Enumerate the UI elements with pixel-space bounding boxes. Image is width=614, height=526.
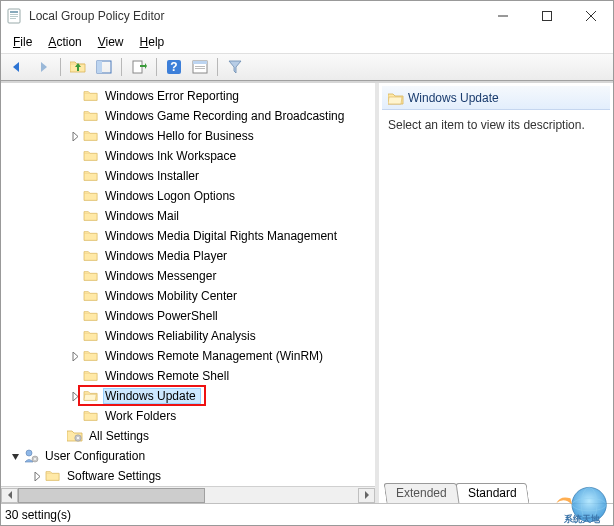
- expander-icon[interactable]: [31, 470, 43, 482]
- tree-item-windows-remote-shell[interactable]: Windows Remote Shell: [1, 366, 375, 386]
- tree-item-label: Windows Error Reporting: [103, 89, 241, 103]
- tree-item-windows-remote-management-winrm-[interactable]: Windows Remote Management (WinRM): [1, 346, 375, 366]
- folder-icon: [83, 89, 99, 103]
- tree-item-windows-reliability-analysis[interactable]: Windows Reliability Analysis: [1, 326, 375, 346]
- tree-item-label: Windows Messenger: [103, 269, 218, 283]
- tree-item-windows-messenger[interactable]: Windows Messenger: [1, 266, 375, 286]
- show-hide-tree-button[interactable]: [92, 56, 116, 78]
- expander-icon: [69, 330, 81, 342]
- menu-action[interactable]: Action: [40, 33, 89, 51]
- back-button[interactable]: [5, 56, 29, 78]
- tree-item-label: Work Folders: [103, 409, 178, 423]
- folder-sel-icon: [83, 389, 99, 403]
- tab-extended[interactable]: Extended: [384, 483, 460, 503]
- properties-button[interactable]: [188, 56, 212, 78]
- tree-item-label: Windows PowerShell: [103, 309, 220, 323]
- maximize-button[interactable]: [525, 2, 569, 30]
- menu-file[interactable]: File: [5, 33, 40, 51]
- expander-icon: [69, 270, 81, 282]
- expander-icon: [69, 170, 81, 182]
- tree-item-user-configuration[interactable]: User Configuration: [1, 446, 375, 466]
- expander-icon: [69, 310, 81, 322]
- tree-item-all-settings[interactable]: All Settings: [1, 426, 375, 446]
- folder-icon: [83, 209, 99, 223]
- expander-icon: [69, 210, 81, 222]
- tree-item-software-settings[interactable]: Software Settings: [1, 466, 375, 486]
- tree-item-windows-game-recording-and-broadcasting[interactable]: Windows Game Recording and Broadcasting: [1, 106, 375, 126]
- menu-help[interactable]: Help: [132, 33, 173, 51]
- toolbar-separator: [121, 58, 122, 76]
- expander-icon[interactable]: [9, 450, 21, 462]
- tree-item-label: User Configuration: [43, 449, 147, 463]
- tree-item-label: Windows Ink Workspace: [103, 149, 238, 163]
- tree-item-windows-media-digital-rights-management[interactable]: Windows Media Digital Rights Management: [1, 226, 375, 246]
- tree-item-label: Windows Game Recording and Broadcasting: [103, 109, 346, 123]
- expander-icon: [69, 410, 81, 422]
- minimize-button[interactable]: [481, 2, 525, 30]
- scroll-thumb[interactable]: [18, 488, 205, 503]
- tree-item-label: Windows Mail: [103, 209, 181, 223]
- details-header: Windows Update: [382, 86, 610, 110]
- folder-icon: [83, 129, 99, 143]
- tree-scroll[interactable]: Windows Error ReportingWindows Game Reco…: [1, 83, 375, 486]
- expander-icon[interactable]: [69, 130, 81, 142]
- tree-item-label: Windows Remote Management (WinRM): [103, 349, 325, 363]
- close-button[interactable]: [569, 2, 613, 30]
- filter-button[interactable]: [223, 56, 247, 78]
- expander-icon: [69, 190, 81, 202]
- horizontal-scrollbar[interactable]: [1, 486, 375, 503]
- forward-button[interactable]: [31, 56, 55, 78]
- tree-item-windows-logon-options[interactable]: Windows Logon Options: [1, 186, 375, 206]
- menu-view[interactable]: View: [90, 33, 132, 51]
- expander-icon[interactable]: [69, 390, 81, 402]
- tree-item-windows-media-player[interactable]: Windows Media Player: [1, 246, 375, 266]
- tab-standard[interactable]: Standard: [455, 483, 529, 503]
- export-list-button[interactable]: [127, 56, 151, 78]
- folder-icon: [83, 149, 99, 163]
- tree-item-label: Windows Installer: [103, 169, 201, 183]
- svg-rect-17: [193, 61, 207, 64]
- tree-item-label: Windows Reliability Analysis: [103, 329, 258, 343]
- usercfg-icon: [23, 448, 39, 464]
- tree-item-windows-mail[interactable]: Windows Mail: [1, 206, 375, 226]
- tree-item-label: Windows Media Digital Rights Management: [103, 229, 339, 243]
- tree-item-label: Software Settings: [65, 469, 163, 483]
- details-header-label: Windows Update: [408, 91, 499, 105]
- tree-item-label: Windows Mobility Center: [103, 289, 239, 303]
- expander-icon: [69, 250, 81, 262]
- folder-icon: [83, 409, 99, 423]
- folder-icon: [45, 469, 61, 483]
- tree-item-windows-hello-for-business[interactable]: Windows Hello for Business: [1, 126, 375, 146]
- tree-item-windows-ink-workspace[interactable]: Windows Ink Workspace: [1, 146, 375, 166]
- folder-icon: [83, 309, 99, 323]
- expander-icon: [69, 110, 81, 122]
- details-body: Select an item to view its description.: [382, 110, 610, 481]
- expander-icon[interactable]: [69, 350, 81, 362]
- details-pane: Windows Update Select an item to view it…: [379, 83, 613, 503]
- tree-item-label: Windows Hello for Business: [103, 129, 256, 143]
- tree-item-windows-installer[interactable]: Windows Installer: [1, 166, 375, 186]
- toolbar-separator: [156, 58, 157, 76]
- tree-item-windows-powershell[interactable]: Windows PowerShell: [1, 306, 375, 326]
- svg-rect-18: [195, 66, 205, 67]
- tree-item-label: Windows Remote Shell: [103, 369, 231, 383]
- expander-icon: [69, 290, 81, 302]
- tree-item-windows-mobility-center[interactable]: Windows Mobility Center: [1, 286, 375, 306]
- tree-item-windows-error-reporting[interactable]: Windows Error Reporting: [1, 86, 375, 106]
- svg-rect-12: [97, 61, 102, 73]
- scroll-track[interactable]: [18, 488, 358, 503]
- help-button[interactable]: ?: [162, 56, 186, 78]
- status-text: 30 setting(s): [5, 508, 71, 522]
- expander-icon: [69, 230, 81, 242]
- scroll-left-button[interactable]: [1, 488, 18, 503]
- expander-icon: [69, 150, 81, 162]
- svg-rect-10: [543, 12, 552, 21]
- folder-icon: [83, 169, 99, 183]
- details-tabs: Extended Standard: [379, 481, 613, 503]
- tree-item-work-folders[interactable]: Work Folders: [1, 406, 375, 426]
- up-button[interactable]: [66, 56, 90, 78]
- toolbar: ?: [1, 53, 613, 81]
- tree-item-label: Windows Update: [103, 388, 201, 404]
- scroll-right-button[interactable]: [358, 488, 375, 503]
- tree-item-windows-update[interactable]: Windows Update: [1, 386, 375, 406]
